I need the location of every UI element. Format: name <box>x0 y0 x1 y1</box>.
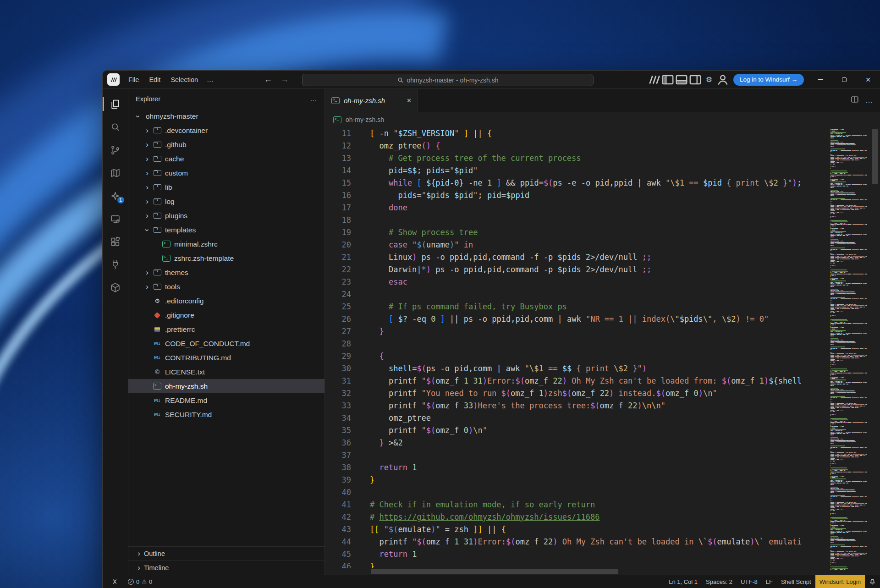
tree-item-lib[interactable]: ›lib <box>128 180 324 194</box>
menu-selection[interactable]: Selection <box>165 73 203 86</box>
remote-explorer-icon[interactable] <box>103 207 128 230</box>
code-line[interactable]: 11[ -n "$ZSH_VERSION" ] || { <box>325 127 830 140</box>
explorer-more-actions-icon[interactable]: … <box>310 95 317 103</box>
code-line[interactable]: 17 done <box>325 202 830 214</box>
toggle-panel-icon[interactable] <box>675 73 688 86</box>
code-line[interactable]: 45 return 1 <box>325 548 830 561</box>
code-line[interactable]: 38 return 1 <box>325 462 830 474</box>
code-line[interactable]: 31 printf "$(omz_f 1 31)Error:$(omz_f 22… <box>325 375 830 387</box>
code-line[interactable]: 22 Darwin|*) ps -o ppid,pid,command -p $… <box>325 264 830 276</box>
line-number[interactable]: 21 <box>325 251 351 264</box>
code-line[interactable]: 46} <box>325 561 830 568</box>
tree-item-zshrc.zsh-template[interactable]: zshrc.zsh-template <box>128 251 324 265</box>
windsurf-app-icon[interactable] <box>107 73 120 86</box>
line-number[interactable]: 23 <box>325 276 351 288</box>
status-item[interactable]: Ln 1, Col 1 <box>665 578 702 585</box>
windsurf-login-status[interactable]: Windsurf: Login <box>815 575 865 588</box>
code-line[interactable]: 19 # Show process tree <box>325 226 830 239</box>
line-number[interactable]: 31 <box>325 375 351 387</box>
code-line[interactable]: 26 [ $? -eq 0 ] || ps -o ppid,pid,comm |… <box>325 313 830 325</box>
code-line[interactable]: 34 omz_ptree <box>325 412 830 424</box>
code-line[interactable]: 39} <box>325 474 830 486</box>
code-line[interactable]: 33 printf "$(omz_f 33)Here's the process… <box>325 400 830 412</box>
toggle-secondary-sidebar-icon[interactable] <box>688 73 702 86</box>
explorer-icon[interactable] <box>103 93 128 115</box>
line-number[interactable]: 38 <box>325 462 351 474</box>
code-line[interactable]: 18 <box>325 214 830 226</box>
code-line[interactable]: 23 esac <box>325 276 830 288</box>
vertical-scrollbar[interactable] <box>872 129 878 184</box>
tree-item-custom[interactable]: ›custom <box>128 166 324 180</box>
horizontal-scrollbar[interactable] <box>371 569 618 574</box>
tree-item-oh-my-zsh.sh[interactable]: oh-my-zsh.sh <box>128 379 324 393</box>
tree-item-.devcontainer[interactable]: ›.devcontainer <box>128 123 324 137</box>
editor-more-actions-icon[interactable]: … <box>865 96 873 104</box>
tab-oh-my-zsh[interactable]: oh-my-zsh.sh ✕ <box>325 89 418 112</box>
notifications-bell-icon[interactable] <box>865 575 880 588</box>
settings-gear-icon[interactable]: ⚙ <box>702 73 716 86</box>
command-center-search[interactable]: ohmyzsh-master - oh-my-zsh.sh <box>302 74 594 86</box>
menu-file[interactable]: File <box>123 73 144 86</box>
tree-item-themes[interactable]: ›themes <box>128 265 324 280</box>
tree-item-ohmyzsh-master[interactable]: ›ohmyzsh-master <box>128 109 324 123</box>
line-number[interactable]: 43 <box>325 523 351 536</box>
line-number[interactable]: 22 <box>325 264 351 276</box>
code-line[interactable]: 21 Linux) ps -o ppid,pid,command -f -p $… <box>325 251 830 264</box>
breadcrumb[interactable]: oh-my-zsh.sh <box>325 112 880 127</box>
line-number[interactable]: 25 <box>325 301 351 313</box>
code-line[interactable]: 35 printf "$(omz_f 0)\n" <box>325 424 830 437</box>
tree-item-templates[interactable]: ›templates <box>128 223 324 237</box>
code-line[interactable]: 42# https://github.com/ohmyzsh/ohmyzsh/i… <box>325 511 830 523</box>
code-line[interactable]: 27 } <box>325 325 830 338</box>
code-line[interactable]: 32 printf "You need to run $(omz_f 1)zsh… <box>325 387 830 400</box>
line-number[interactable]: 34 <box>325 412 351 424</box>
code-line[interactable]: 40 <box>325 486 830 499</box>
map-icon[interactable] <box>103 161 128 184</box>
tree-item-tools[interactable]: ›tools <box>128 280 324 294</box>
line-number[interactable]: 13 <box>325 152 351 165</box>
menu-edit[interactable]: Edit <box>144 73 165 86</box>
line-number[interactable]: 44 <box>325 536 351 548</box>
line-number[interactable]: 32 <box>325 387 351 400</box>
line-number[interactable]: 17 <box>325 202 351 214</box>
remote-icon[interactable] <box>107 578 122 585</box>
tree-item-CONTRIBUTING.md[interactable]: CONTRIBUTING.md <box>128 351 324 365</box>
search-icon[interactable] <box>103 115 128 138</box>
tree-item-log[interactable]: ›log <box>128 194 324 209</box>
line-number[interactable]: 40 <box>325 486 351 499</box>
status-item[interactable]: Spaces: 2 <box>702 578 737 585</box>
tree-item-README.md[interactable]: README.md <box>128 393 324 407</box>
timeline-section[interactable]: › Timeline <box>128 561 324 575</box>
line-number[interactable]: 42 <box>325 511 351 523</box>
line-number[interactable]: 18 <box>325 214 351 226</box>
code-line[interactable]: 16 pids="$pids $pid"; pid=$ppid <box>325 189 830 202</box>
line-number[interactable]: 29 <box>325 350 351 363</box>
line-number[interactable]: 26 <box>325 313 351 325</box>
forward-arrow-icon[interactable]: → <box>280 75 289 84</box>
package-icon[interactable] <box>103 276 128 299</box>
tree-item-.gitignore[interactable]: .gitignore <box>128 308 324 322</box>
split-editor-icon[interactable] <box>851 95 859 105</box>
extensions-icon[interactable] <box>103 230 128 253</box>
code-line[interactable]: 44 printf "$(omz_f 1 31)Error:$(omz_f 22… <box>325 536 830 548</box>
line-number[interactable]: 46 <box>325 561 351 568</box>
code-line[interactable]: 12 omz_ptree() { <box>325 140 830 152</box>
line-number[interactable]: 41 <box>325 499 351 511</box>
code-line[interactable]: 37 <box>325 449 830 462</box>
tree-item-.editorconfig[interactable]: .editorconfig <box>128 294 324 308</box>
code-line[interactable]: 24 <box>325 288 830 301</box>
line-number[interactable]: 36 <box>325 437 351 449</box>
assistant-sparkle-icon[interactable]: 1 <box>103 184 128 207</box>
minimize-button[interactable] <box>808 71 832 89</box>
tree-item-plugins[interactable]: ›plugins <box>128 209 324 223</box>
tree-item-cache[interactable]: ›cache <box>128 152 324 166</box>
line-number[interactable]: 14 <box>325 165 351 177</box>
code-line[interactable]: 13 # Get process tree of the current pro… <box>325 152 830 165</box>
login-button[interactable]: Log in to Windsurf → <box>733 74 804 86</box>
account-icon[interactable] <box>716 73 730 86</box>
problems-indicator[interactable]: 0 ⚠ 0 <box>124 578 156 585</box>
code-line[interactable]: 15 while [ ${pid-0} -ne 1 ] && ppid=$(ps… <box>325 177 830 189</box>
code-line[interactable]: 36 } >&2 <box>325 437 830 449</box>
line-number[interactable]: 39 <box>325 474 351 486</box>
maximize-button[interactable] <box>832 71 856 89</box>
